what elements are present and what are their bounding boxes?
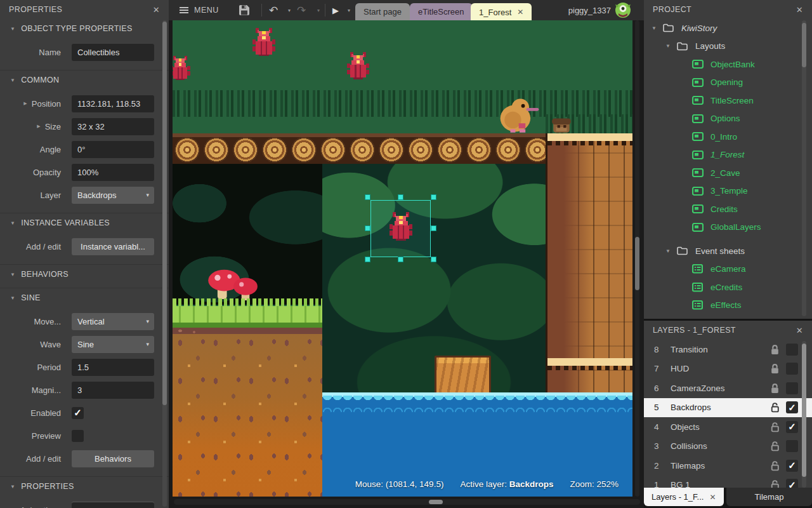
visibility-checkbox[interactable]	[786, 344, 798, 356]
tree-item-3-temple[interactable]: 3_Temple	[644, 182, 812, 201]
tree-expand-icon[interactable]: ▼	[665, 248, 672, 254]
unlock-icon[interactable]	[768, 441, 781, 451]
tree-item-objectbank[interactable]: ObjectBank	[644, 55, 812, 74]
layer-row-tilemaps[interactable]: 2 Tilemaps ✓	[644, 456, 812, 476]
tree-item-ecredits[interactable]: eCredits	[644, 278, 812, 297]
redo-icon[interactable]: ↷	[297, 0, 306, 20]
tree-item-globallayers[interactable]: GlobalLayers	[644, 218, 812, 237]
tree-item-kiwistory[interactable]: ▼KiwiStory	[644, 19, 812, 37]
canvas-hscroll-thumb[interactable]	[429, 500, 443, 504]
menu-button[interactable]: MENU	[194, 0, 219, 20]
section-header[interactable]: ▼ PROPERTIES	[0, 477, 169, 496]
selection-box[interactable]	[370, 200, 431, 257]
lock-icon[interactable]	[768, 344, 781, 355]
close-icon[interactable]: ✕	[150, 4, 162, 16]
undo-dropdown-icon[interactable]: ▾	[288, 0, 291, 20]
tree-item-credits[interactable]: Credits	[644, 200, 812, 218]
selection-handle[interactable]	[398, 194, 403, 200]
avatar[interactable]	[615, 0, 631, 20]
properties-scrollbar-thumb[interactable]	[162, 22, 167, 405]
tree-item-2-cave[interactable]: 2_Cave	[644, 164, 812, 182]
tree-item-titlescreen[interactable]: TitleScreen	[644, 91, 812, 110]
position-field[interactable]: 1132.181, 118.53	[72, 95, 154, 112]
section-header[interactable]: ▼ COMMON	[0, 70, 169, 90]
layer-row-backdrops[interactable]: 5 Backdrops ✓	[644, 398, 812, 418]
visibility-checkbox[interactable]	[786, 440, 798, 452]
unlock-icon[interactable]	[768, 460, 781, 471]
acorn-sprite[interactable]	[551, 116, 572, 135]
play-dropdown-icon[interactable]: ▾	[348, 0, 350, 20]
undo-icon[interactable]: ↶	[269, 0, 278, 20]
tree-item-ecamera[interactable]: eCamera	[644, 260, 812, 279]
layer-row-bg-1[interactable]: 1 BG 1 ✓	[644, 476, 812, 488]
section-header[interactable]: ▼ BEHAVIORS	[0, 265, 169, 284]
canvas-vscroll-thumb[interactable]	[635, 237, 639, 290]
period-field[interactable]: 1.5	[72, 359, 154, 376]
selection-handle[interactable]	[365, 194, 370, 200]
tree-item-event-sheets[interactable]: ▼Event sheets	[644, 242, 812, 260]
kiwi-sprite[interactable]	[499, 95, 540, 135]
section-header[interactable]: ▼ INSTANCE VARIABLES	[0, 213, 169, 232]
wave-select[interactable]: Sine ▾	[72, 336, 154, 353]
beetle-sprite[interactable]	[251, 28, 277, 58]
canvas-hscroll-track[interactable]	[174, 499, 640, 505]
move-select[interactable]: Vertical ▾	[72, 313, 154, 330]
save-icon[interactable]	[239, 0, 250, 20]
tree-expand-icon[interactable]: ▼	[652, 25, 658, 31]
tree-item-options[interactable]: Options	[644, 110, 812, 128]
wood-crate[interactable]	[435, 356, 491, 395]
tree-item-eeffects[interactable]: eEffects	[644, 297, 812, 315]
beetle-sprite[interactable]	[173, 56, 192, 81]
visibility-checkbox[interactable]	[786, 363, 798, 375]
layout-canvas[interactable]: Mouse: (1081.4, 149.5) Active layer: Bac…	[173, 20, 632, 497]
lock-icon[interactable]	[768, 383, 781, 394]
tree-expand-icon[interactable]: ▼	[665, 43, 672, 49]
selection-handle[interactable]	[431, 194, 436, 200]
expand-icon[interactable]: ▶	[37, 124, 40, 129]
redo-dropdown-icon[interactable]: ▾	[317, 0, 320, 20]
tree-item-opening[interactable]: Opening	[644, 74, 812, 92]
selection-handle[interactable]	[365, 257, 370, 262]
instance-variabl-button[interactable]: Instance variabl...	[72, 238, 154, 255]
preview-checkbox[interactable]	[72, 430, 84, 442]
beetle-sprite[interactable]	[345, 52, 370, 81]
section-header[interactable]: ▼ SINE	[0, 288, 169, 307]
tab-1-forest[interactable]: 1_Forest ✕	[471, 3, 532, 21]
unlock-icon[interactable]	[768, 402, 781, 413]
layer-select[interactable]: Backdrops ▾	[72, 187, 154, 204]
angle-field[interactable]: 0°	[72, 141, 154, 158]
close-icon[interactable]: ✕	[794, 4, 806, 16]
menu-icon[interactable]	[180, 0, 188, 20]
tab-close-icon[interactable]: ✕	[709, 493, 716, 502]
selection-handle[interactable]	[398, 257, 403, 262]
unlock-icon[interactable]	[768, 479, 781, 488]
project-scrollbar-thumb[interactable]	[802, 23, 806, 67]
visibility-checkbox[interactable]: ✓	[786, 460, 798, 472]
behaviors-button[interactable]: Behaviors	[72, 450, 154, 467]
selection-handle[interactable]	[431, 257, 436, 262]
layer-row-objects[interactable]: 4 Objects ✓	[644, 417, 812, 437]
expand-icon[interactable]: ▶	[23, 101, 27, 106]
visibility-checkbox[interactable]: ✓	[786, 421, 798, 433]
opacity-field[interactable]: 100%	[72, 164, 154, 181]
visibility-checkbox[interactable]	[786, 382, 798, 394]
size-field[interactable]: 32 x 32	[72, 118, 154, 135]
unlock-icon[interactable]	[768, 422, 781, 432]
enabled-checkbox[interactable]: ✓	[72, 407, 84, 419]
tab-etitlescreen[interactable]: eTitleScreen	[410, 3, 473, 20]
layer-row-collisions[interactable]: 3 Collisions	[644, 437, 812, 457]
selection-handle[interactable]	[431, 225, 436, 231]
selection-handle[interactable]	[365, 225, 370, 231]
tree-item-layouts[interactable]: ▼Layouts	[644, 37, 812, 56]
layers-scrollbar-thumb[interactable]	[802, 344, 806, 477]
visibility-checkbox[interactable]: ✓	[786, 401, 798, 413]
close-icon[interactable]: ✕	[794, 324, 806, 337]
layer-row-camerazones[interactable]: 6 CameraZones	[644, 378, 812, 398]
section-header[interactable]: ▼ OBJECT TYPE PROPERTIES	[0, 19, 169, 38]
tab-tilemap[interactable]: Tilemap	[726, 488, 812, 506]
visibility-checkbox[interactable]: ✓	[786, 479, 798, 488]
selected-beetle-sprite[interactable]	[388, 212, 414, 243]
tree-item-1-forest[interactable]: 1_Forest	[644, 146, 812, 164]
name-field[interactable]: Collectibles	[72, 44, 154, 61]
lock-icon[interactable]	[768, 363, 781, 374]
